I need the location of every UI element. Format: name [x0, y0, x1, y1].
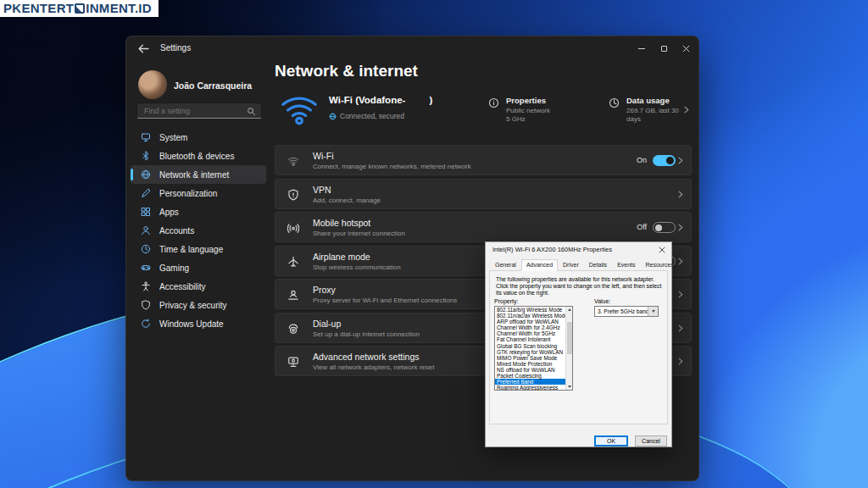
dialog-tabs: General Advanced Driver Details Events R…	[490, 258, 679, 270]
scrollbar-thumb[interactable]	[567, 322, 572, 354]
avatar[interactable]	[138, 70, 167, 99]
property-label: Property:	[494, 298, 518, 304]
tab-advanced[interactable]: Advanced	[521, 259, 558, 271]
close-button[interactable]	[675, 36, 697, 60]
property-list-item[interactable]: ARP offload for WoWLAN	[495, 319, 572, 324]
sidebar-item-apps[interactable]: Apps	[131, 202, 266, 221]
property-list-item[interactable]: GTK rekeying for WoWLAN	[495, 349, 572, 355]
sidebar-item-label: Windows Update	[159, 319, 224, 329]
property-list-item[interactable]: Channel Width for 2.4GHz	[495, 324, 572, 330]
secured-icon	[329, 113, 337, 120]
property-list-item[interactable]: NS offload for WoWLAN	[495, 367, 572, 373]
phone-icon	[287, 323, 299, 335]
value-dropdown-selected: 3. Prefer 5GHz band	[598, 307, 648, 317]
person-icon	[141, 225, 151, 236]
property-list-item[interactable]: 802.11a/b/g Wireless Mode	[495, 307, 572, 313]
sidebar-item-label: System	[159, 133, 187, 142]
tab-events[interactable]: Events	[612, 258, 640, 270]
bluetooth-icon	[141, 151, 151, 161]
minimize-button[interactable]	[631, 36, 653, 60]
dropdown-button[interactable]	[648, 307, 658, 316]
gamepad-icon	[141, 263, 151, 273]
sidebar-item-label: Personalization	[159, 189, 217, 198]
chevron-right-icon	[676, 224, 684, 231]
minimize-icon	[638, 48, 645, 49]
sidebar-item-gaming[interactable]: Gaming	[131, 258, 266, 277]
chevron-right-icon	[676, 191, 684, 198]
data-usage-summary[interactable]: Data usage 269.7 GB, last 30 days	[609, 96, 692, 124]
sidebar-item-bluetooth-devices[interactable]: Bluetooth & devices	[131, 147, 266, 165]
watermark-text-right: INMENT.ID	[86, 1, 152, 15]
wifi-icon	[280, 89, 319, 128]
property-listbox[interactable]: 802.11a/b/g Wireless Mode 802.11n/ac/ax …	[494, 306, 573, 391]
search-input[interactable]	[137, 103, 261, 118]
property-list-item[interactable]: MIMO Power Save Mode	[495, 355, 572, 361]
property-list-item[interactable]: Channel Width for 5GHz	[495, 330, 572, 336]
sidebar-item-label: Gaming	[159, 263, 189, 273]
chevron-right-icon	[676, 291, 684, 298]
property-list-item[interactable]: Roaming Aggressiveness	[495, 385, 572, 391]
close-icon	[682, 45, 690, 53]
chevron-right-icon[interactable]	[682, 106, 690, 114]
maximize-button[interactable]	[653, 36, 675, 60]
sidebar-item-network-internet[interactable]: Network & internet	[131, 165, 266, 184]
property-list-item[interactable]: Fat Channel Intolerant	[495, 336, 572, 342]
row-vpn[interactable]: VPN Add, connect, manage	[275, 179, 692, 209]
tab-driver[interactable]: Driver	[558, 258, 584, 270]
row-subtitle: Set up a dial-up internet connection	[313, 330, 420, 338]
accessibility-icon	[141, 281, 151, 291]
window-title: Settings	[160, 36, 191, 60]
value-dropdown[interactable]: 3. Prefer 5GHz band	[594, 306, 659, 317]
brush-icon	[141, 188, 151, 198]
property-list-item[interactable]: Packet Coalescing	[495, 373, 572, 379]
mobile-hotspot-toggle[interactable]	[653, 222, 676, 233]
scrollbar[interactable]	[565, 307, 572, 390]
row-title: Dial-up	[313, 319, 341, 329]
tab-details[interactable]: Details	[584, 258, 612, 270]
value-label: Value:	[594, 298, 610, 304]
cancel-button[interactable]: Cancel	[635, 435, 667, 446]
row-subtitle: Add, connect, manage	[313, 197, 381, 204]
wifi-name-suffix: )	[429, 95, 432, 105]
sidebar-item-accessibility[interactable]: Accessibility	[131, 277, 266, 296]
row-wifi[interactable]: Wi-Fi Connect, manage known networks, me…	[275, 145, 692, 175]
toggle-state-label: Off	[637, 223, 647, 231]
property-list-item[interactable]: Mixed Mode Protection	[495, 361, 572, 367]
sidebar-item-windows-update[interactable]: Windows Update	[131, 314, 266, 333]
back-icon[interactable]	[138, 43, 149, 54]
scroll-up-icon[interactable]	[566, 307, 572, 313]
chevron-down-icon	[652, 310, 655, 313]
toggle-knob	[655, 225, 662, 231]
row-title: Airplane mode	[313, 252, 370, 262]
dialog-description: The following properties are available f…	[496, 276, 664, 297]
airplane-icon	[287, 256, 299, 268]
scroll-down-icon[interactable]	[566, 384, 572, 390]
row-title: VPN	[313, 185, 331, 195]
ok-button[interactable]: OK	[594, 435, 628, 446]
wifi-toggle[interactable]	[653, 155, 676, 166]
row-mobile-hotspot[interactable]: Mobile hotspot Share your internet conne…	[275, 212, 692, 242]
wifi-status: Connected, secured	[329, 112, 404, 120]
toggle-state-label: On	[637, 156, 647, 164]
sidebar-item-personalization[interactable]: Personalization	[131, 184, 266, 202]
sidebar-item-privacy-security[interactable]: Privacy & security	[131, 296, 266, 314]
sidebar-item-accounts[interactable]: Accounts	[131, 221, 266, 240]
sidebar-item-system[interactable]: System	[131, 128, 266, 147]
close-icon[interactable]	[659, 247, 665, 253]
chevron-right-icon	[676, 324, 684, 332]
data-usage-icon	[609, 97, 620, 108]
property-list-item-selected[interactable]: Preferred Band	[495, 379, 572, 385]
tab-general[interactable]: General	[490, 258, 521, 270]
search-icon	[247, 107, 256, 116]
property-list-item[interactable]: 802.11n/ac/ax Wireless Mode	[495, 313, 572, 319]
property-list-item[interactable]: Global BG Scan blocking	[495, 343, 572, 349]
properties-band: 5 GHz	[506, 115, 550, 124]
row-title: Advanced network settings	[313, 352, 420, 362]
tab-resources[interactable]: Resources	[641, 258, 679, 270]
properties-summary[interactable]: Properties Public network 5 GHz	[488, 96, 550, 124]
sidebar-item-time-language[interactable]: Time & language	[131, 240, 266, 258]
sidebar: João Carrasqueira System Bluetooth & dev…	[126, 60, 270, 480]
shield-icon	[141, 300, 151, 310]
search-box	[136, 103, 262, 119]
wifi-status-text: Connected, secured	[340, 112, 404, 120]
